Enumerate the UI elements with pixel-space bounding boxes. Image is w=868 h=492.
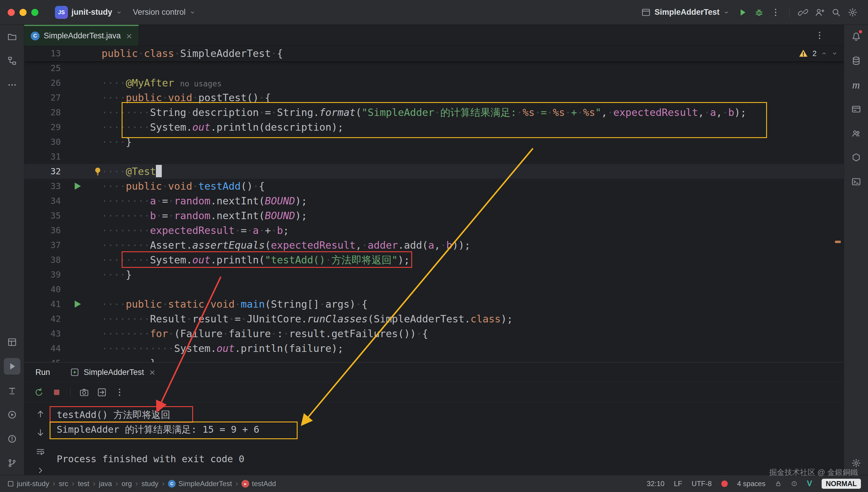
- breadcrumb-item[interactable]: CSimpleAdderTest: [168, 479, 232, 488]
- code-line[interactable]: 38········System.out.println("testAdd()·…: [24, 252, 844, 267]
- code-token[interactable]: out: [192, 254, 210, 266]
- code-line[interactable]: 36········expectedResult·=·a·+·b;: [24, 223, 844, 238]
- code-line[interactable]: 28········String·description·=·String.fo…: [24, 105, 844, 120]
- code-token[interactable]: class: [144, 48, 174, 59]
- code-token[interactable]: );: [734, 106, 746, 118]
- code-token[interactable]: public: [101, 48, 138, 59]
- sticky-line[interactable]: 13 public·class·SimpleAdderTest·{ 2: [24, 46, 844, 61]
- code-text[interactable]: ····@MyAfterno usages: [101, 75, 222, 90]
- code-text[interactable]: ····@Test: [101, 164, 162, 179]
- run-line-icon[interactable]: [73, 181, 82, 191]
- code-line[interactable]: 43········for·(Failure·failure·:·result.…: [24, 326, 844, 341]
- code-token[interactable]: assertEquals: [192, 239, 265, 251]
- code-token[interactable]: .println(: [211, 254, 265, 266]
- code-token[interactable]: ····}: [101, 269, 132, 280]
- code-token[interactable]: ,·: [355, 239, 368, 251]
- code-token[interactable]: expectedResult: [613, 106, 698, 118]
- plugin-status-icon[interactable]: [721, 481, 728, 487]
- code-token[interactable]: %s: [522, 106, 535, 118]
- code-text[interactable]: ············System.out.println(failure);: [101, 341, 343, 356]
- code-token[interactable]: ()·{: [241, 180, 265, 192]
- code-token[interactable]: static: [168, 298, 204, 310]
- code-token[interactable]: @Test: [126, 166, 156, 177]
- run-button[interactable]: [735, 5, 750, 20]
- code-token[interactable]: (: [265, 239, 271, 251]
- code-text[interactable]: ····public·void·postTest()·{: [101, 90, 271, 105]
- line-number[interactable]: 33: [24, 179, 69, 194]
- caret-position[interactable]: 32:10: [647, 479, 664, 488]
- code-editor[interactable]: 13 public·class·SimpleAdderTest·{ 2 2526…: [24, 46, 844, 362]
- rerun-button[interactable]: [31, 385, 47, 400]
- code-token[interactable]: ········: [101, 224, 150, 236]
- code-text[interactable]: ········for·(Failure·failure·:·result.ge…: [101, 326, 428, 341]
- vcs-widget[interactable]: Version control: [129, 5, 200, 19]
- code-token[interactable]: .println(description);: [211, 121, 344, 133]
- code-text[interactable]: ········Result·result·=·JUnitCore.runCla…: [101, 312, 513, 326]
- code-token[interactable]: %s: [553, 106, 565, 118]
- code-token[interactable]: BOUND: [265, 210, 295, 222]
- terminal-tool-button[interactable]: [4, 382, 20, 399]
- code-line[interactable]: 41····public·static·void·main(String[]·a…: [24, 297, 844, 312]
- code-token[interactable]: );: [295, 195, 307, 207]
- code-token[interactable]: ·+·: [565, 106, 583, 118]
- code-text[interactable]: ········System.out.println(description);: [101, 120, 343, 134]
- code-token[interactable]: ········}: [101, 357, 156, 362]
- close-tab-icon[interactable]: ×: [149, 367, 155, 377]
- line-number[interactable]: 42: [24, 312, 69, 326]
- line-number[interactable]: 38: [24, 252, 69, 267]
- minimize-window-button[interactable]: [20, 9, 27, 16]
- database-tool-button[interactable]: [848, 52, 865, 69]
- code-token[interactable]: class: [471, 313, 501, 325]
- line-number[interactable]: 28: [24, 105, 69, 120]
- code-token[interactable]: void: [168, 92, 192, 103]
- code-token[interactable]: main: [241, 298, 265, 310]
- project-tool-button[interactable]: [4, 28, 20, 45]
- code-text[interactable]: ········String·description·=·String.form…: [101, 105, 746, 120]
- line-number[interactable]: 35: [24, 208, 69, 223]
- code-token[interactable]: );: [501, 313, 513, 325]
- code-token[interactable]: b: [277, 224, 283, 236]
- code-token[interactable]: ;: [283, 224, 289, 236]
- line-number[interactable]: 29: [24, 120, 69, 134]
- line-number[interactable]: 32: [24, 164, 69, 179]
- code-token[interactable]: ,·: [698, 106, 710, 118]
- editor-tab[interactable]: C SimpleAdderTest.java ×: [24, 25, 139, 46]
- code-token[interactable]: ,·: [434, 239, 446, 251]
- scroll-up-button[interactable]: [33, 406, 48, 421]
- code-token[interactable]: a: [710, 106, 716, 118]
- code-text[interactable]: ········b·=·random.nextInt(BOUND);: [101, 208, 307, 223]
- code-token[interactable]: random: [174, 210, 211, 222]
- console-output[interactable]: testAdd() 方法即将返回SimpleAdder 的计算结果满足: 15 …: [57, 403, 844, 478]
- code-token[interactable]: public: [126, 180, 162, 192]
- settings-button[interactable]: [845, 5, 860, 20]
- invite-user-button[interactable]: [812, 5, 827, 20]
- intention-bulb-icon[interactable]: [93, 166, 103, 176]
- debug-button[interactable]: [751, 5, 767, 20]
- code-token[interactable]: (String[]·args)·{: [265, 298, 368, 310]
- code-token[interactable]: );: [295, 210, 307, 222]
- code-text[interactable]: ········}: [101, 356, 156, 362]
- code-text[interactable]: ····public·void·testAdd()·{: [101, 179, 265, 194]
- stop-button[interactable]: [49, 385, 64, 400]
- code-line[interactable]: 29········System.out.println(description…: [24, 120, 844, 134]
- next-problem-icon[interactable]: [831, 50, 838, 57]
- more-run-actions-button[interactable]: [768, 5, 783, 20]
- code-token[interactable]: ········System.: [101, 254, 192, 266]
- ai-assistant-tool-button[interactable]: [848, 149, 865, 166]
- code-token[interactable]: (: [355, 106, 361, 118]
- code-token[interactable]: ········Result·result·=·JUnitCore.: [101, 313, 307, 325]
- code-token[interactable]: random: [174, 195, 211, 207]
- code-token[interactable]: runClasses: [307, 313, 368, 325]
- code-token[interactable]: public: [126, 298, 162, 310]
- line-separator[interactable]: LF: [674, 479, 682, 488]
- more-console-options-button[interactable]: [112, 385, 127, 400]
- run-tab[interactable]: SimpleAdderTest ×: [67, 363, 158, 382]
- line-number[interactable]: 41: [24, 297, 69, 312]
- code-token[interactable]: ·=·: [235, 224, 253, 236]
- code-text[interactable]: ····}: [101, 267, 132, 282]
- code-token[interactable]: ·SimpleAdderTest·{: [174, 48, 283, 59]
- line-number[interactable]: 31: [24, 149, 69, 164]
- code-text[interactable]: ····}: [101, 134, 132, 149]
- code-line[interactable]: 26····@MyAfterno usages: [24, 75, 844, 90]
- console-line[interactable]: SimpleAdder 的计算结果满足: 15 = 9 + 6: [57, 422, 844, 437]
